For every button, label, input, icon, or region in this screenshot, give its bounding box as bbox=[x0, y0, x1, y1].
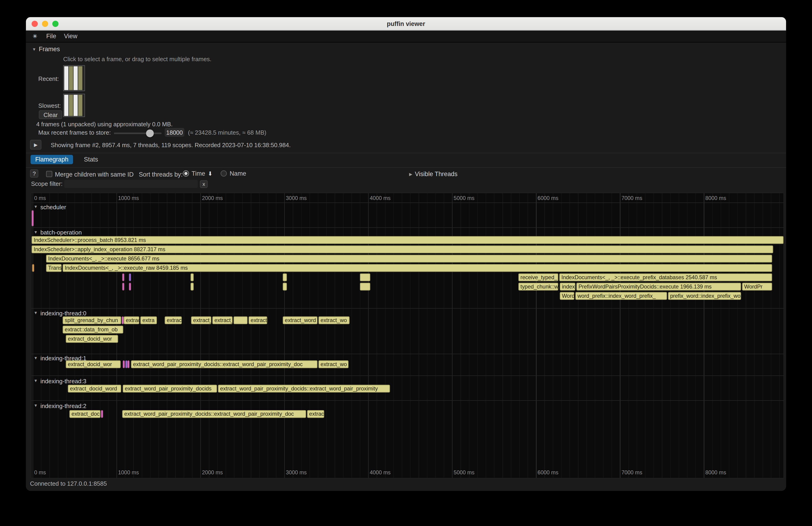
scope-bar[interactable]: word_prefix::index_word_prefix_ bbox=[576, 292, 667, 300]
frame-thumbnail[interactable] bbox=[69, 66, 73, 90]
scope-bar[interactable] bbox=[128, 360, 130, 368]
thread-header-indexing-thread:0[interactable]: ▼indexing-thread:0 bbox=[33, 310, 86, 316]
scope-bar[interactable] bbox=[283, 274, 287, 281]
frame-thumbnail[interactable] bbox=[78, 95, 82, 116]
theme-toggle-icon[interactable]: ✳ bbox=[33, 33, 38, 40]
scope-bar[interactable] bbox=[234, 316, 247, 324]
scope-bar[interactable] bbox=[122, 274, 124, 281]
time-tick-label: 2000 ms bbox=[202, 469, 223, 476]
scope-bar[interactable]: extract::data_from_ob bbox=[62, 326, 123, 334]
scope-bar[interactable] bbox=[123, 360, 125, 368]
help-button[interactable]: ? bbox=[30, 170, 39, 178]
frame-thumbnail[interactable] bbox=[69, 95, 73, 116]
scope-bar[interactable]: extract_ bbox=[212, 316, 232, 324]
scope-bar[interactable] bbox=[360, 274, 370, 281]
thread-header-indexing-thread:2[interactable]: ▼indexing-thread:2 bbox=[33, 402, 86, 409]
close-button[interactable] bbox=[31, 20, 38, 27]
scope-bar[interactable]: typed_chunk::w bbox=[518, 283, 558, 291]
scope-bar[interactable]: extrac bbox=[307, 410, 324, 418]
scope-bar[interactable]: extra bbox=[141, 316, 157, 324]
merge-children-checkbox[interactable] bbox=[46, 171, 53, 177]
thread-name: indexing-thread:0 bbox=[40, 310, 86, 316]
scope-bar[interactable] bbox=[129, 283, 131, 291]
max-frames-label: Max recent frames to store: bbox=[38, 130, 111, 136]
play-button[interactable]: ▶ bbox=[30, 140, 42, 149]
visible-threads-header[interactable]: ▶ Visible Threads bbox=[409, 170, 458, 177]
scope-bar[interactable]: extract_wo bbox=[318, 316, 349, 324]
scope-bar[interactable]: IndexDocuments<_, _>::execute_prefix_dat… bbox=[559, 274, 772, 281]
tab-stats[interactable]: Stats bbox=[79, 155, 103, 164]
scope-bar[interactable]: Word bbox=[560, 292, 575, 300]
traffic-lights bbox=[31, 17, 58, 30]
sort-option-label: Time bbox=[192, 170, 205, 177]
scope-bar[interactable] bbox=[283, 283, 287, 291]
scope-bar[interactable]: extract_wo bbox=[318, 360, 349, 368]
scope-bar[interactable]: extract bbox=[124, 316, 139, 324]
scope-bar[interactable] bbox=[101, 410, 103, 418]
scope-bar[interactable] bbox=[190, 274, 193, 281]
scope-bar[interactable]: IndexScheduler>::apply_index_operation 8… bbox=[31, 245, 773, 253]
scope-bar[interactable] bbox=[122, 283, 124, 291]
titlebar[interactable]: puffin viewer bbox=[26, 17, 786, 31]
sort-option-name[interactable]: Name bbox=[221, 170, 246, 177]
scope-bar[interactable]: PrefixWordPairsProximityDocids::execute … bbox=[576, 283, 741, 291]
frame-thumbnail[interactable] bbox=[73, 66, 78, 90]
scope-bar[interactable]: prefix_word::index_prefix_wo bbox=[668, 292, 741, 300]
scope-bar[interactable] bbox=[129, 274, 131, 281]
scope-bar[interactable]: extract_docid_word bbox=[68, 385, 121, 393]
frames-section-header[interactable]: ▼ Frames bbox=[32, 46, 60, 53]
scope-bar[interactable]: split_grenad_by_chun bbox=[62, 316, 121, 324]
scope-bar[interactable]: extract_word_pair_proximity_docids::extr… bbox=[131, 360, 317, 368]
scope-bar[interactable]: extract_docid_wor bbox=[66, 335, 118, 343]
merge-children-label[interactable]: Merge children with same ID bbox=[55, 171, 134, 178]
menu-item-file[interactable]: File bbox=[46, 33, 56, 40]
scope-filter-input[interactable] bbox=[64, 179, 198, 188]
scope-bar[interactable]: extract_word_pair_proximity_docids::extr… bbox=[218, 385, 390, 393]
collapse-icon: ▼ bbox=[33, 230, 38, 234]
tab-flamegraph[interactable]: Flamegraph bbox=[31, 155, 73, 164]
flamegraph-canvas[interactable]: 0 ms1000 ms2000 ms3000 ms4000 ms5000 ms6… bbox=[31, 192, 784, 479]
max-frames-slider-track[interactable] bbox=[114, 133, 162, 134]
scope-bar[interactable] bbox=[190, 283, 193, 291]
time-tick-label: 0 ms bbox=[34, 469, 46, 476]
scope-bar[interactable]: Trans bbox=[46, 264, 62, 272]
scope-bar[interactable]: receive_typed_ bbox=[518, 274, 558, 281]
clear-button[interactable]: Clear bbox=[39, 110, 62, 119]
scope-bar[interactable]: extract_docid_wor bbox=[66, 360, 121, 368]
thread-header-scheduler[interactable]: ▼scheduler bbox=[33, 203, 66, 210]
thread-header-batch-operation[interactable]: ▼batch-operation bbox=[33, 229, 82, 236]
scope-bar[interactable]: index bbox=[560, 283, 576, 291]
scope-bar[interactable]: IndexDocuments<_, _>::execute 8656.677 m… bbox=[46, 255, 772, 263]
scope-bar[interactable]: IndexDocuments<_, _>::execute_raw 8459.1… bbox=[62, 264, 772, 272]
scope-bar[interactable]: WordPr bbox=[742, 283, 772, 291]
scope-bar[interactable]: extract bbox=[249, 316, 267, 324]
thread-header-indexing-thread:3[interactable]: ▼indexing-thread:3 bbox=[33, 378, 86, 384]
time-tick-label: 1000 ms bbox=[118, 195, 139, 201]
zoom-button[interactable] bbox=[53, 20, 59, 27]
max-frames-value[interactable]: 18000 bbox=[165, 128, 185, 137]
frame-thumbnail[interactable] bbox=[78, 66, 82, 90]
scope-bar[interactable] bbox=[31, 210, 33, 226]
scope-bar[interactable]: extract_doc bbox=[69, 410, 100, 418]
sort-option-time[interactable]: Time⬇ bbox=[183, 170, 213, 177]
menu-item-view[interactable]: View bbox=[64, 33, 77, 40]
scope-bar[interactable] bbox=[122, 316, 124, 324]
max-frames-slider-handle[interactable] bbox=[146, 130, 154, 137]
scope-bar[interactable]: extract_word_pair_proximity_docids bbox=[123, 385, 217, 393]
scope-bar[interactable] bbox=[125, 360, 128, 368]
frame-thumbnail[interactable] bbox=[64, 95, 68, 116]
scope-bar[interactable] bbox=[360, 283, 370, 291]
scope-bar[interactable]: extract_ bbox=[191, 316, 211, 324]
clear-filter-button[interactable]: x bbox=[200, 180, 208, 188]
scope-bar[interactable]: extrac bbox=[165, 316, 182, 324]
frames-hint: Click to select a frame, or drag to sele… bbox=[63, 56, 212, 62]
scope-bar[interactable]: extract_word_pair_proximity_docids::extr… bbox=[122, 410, 306, 418]
scope-bar[interactable]: IndexScheduler>::process_batch 8953.821 … bbox=[31, 236, 783, 244]
recent-frames-thumbnail[interactable] bbox=[63, 65, 85, 91]
scope-bar[interactable] bbox=[32, 264, 34, 272]
slowest-frames-thumbnail[interactable] bbox=[63, 93, 85, 117]
scope-bar[interactable]: extract_word bbox=[283, 316, 318, 324]
minimize-button[interactable] bbox=[42, 20, 48, 27]
frame-thumbnail[interactable] bbox=[64, 66, 68, 90]
frame-thumbnail[interactable] bbox=[73, 95, 78, 116]
